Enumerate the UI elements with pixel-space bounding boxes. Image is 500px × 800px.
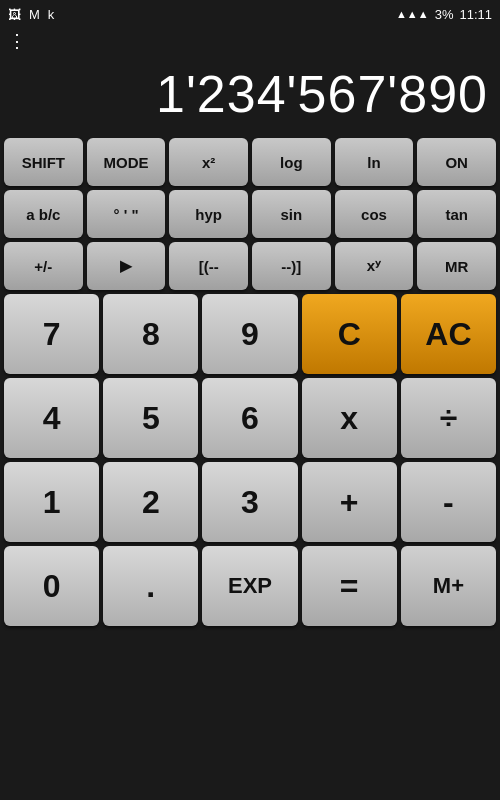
- row-1: SHIFT MODE x² log ln ON: [4, 138, 496, 186]
- one-button[interactable]: 1: [4, 462, 99, 542]
- status-bar: 🖼 M k ▲▲▲ 3% 11:11: [0, 0, 500, 28]
- tan-button[interactable]: tan: [417, 190, 496, 238]
- abc-button[interactable]: a b/c: [4, 190, 83, 238]
- mplus-button[interactable]: M+: [401, 546, 496, 626]
- battery-level: 3%: [435, 7, 454, 22]
- image-icon: 🖼: [8, 7, 21, 22]
- display: 1'234'567'890: [0, 54, 500, 134]
- log-button[interactable]: log: [252, 138, 331, 186]
- degrees-button[interactable]: ° ' ": [87, 190, 166, 238]
- add-button[interactable]: +: [302, 462, 397, 542]
- hyp-button[interactable]: hyp: [169, 190, 248, 238]
- status-left: 🖼 M k: [8, 7, 54, 22]
- seven-button[interactable]: 7: [4, 294, 99, 374]
- clear-button[interactable]: C: [302, 294, 397, 374]
- eight-button[interactable]: 8: [103, 294, 198, 374]
- divide-button[interactable]: ÷: [401, 378, 496, 458]
- mr-button[interactable]: MR: [417, 242, 496, 290]
- five-button[interactable]: 5: [103, 378, 198, 458]
- display-value: 1'234'567'890: [156, 64, 488, 124]
- row-2: a b/c ° ' " hyp sin cos tan: [4, 190, 496, 238]
- row-4: 7 8 9 C AC: [4, 294, 496, 374]
- xpowy-button[interactable]: xʸ: [335, 242, 414, 290]
- open-bracket-button[interactable]: [(--: [169, 242, 248, 290]
- zero-button[interactable]: 0: [4, 546, 99, 626]
- equals-button[interactable]: =: [302, 546, 397, 626]
- memory-m: M: [29, 7, 40, 22]
- row-3: +/- ▶ [(-- --)] xʸ MR: [4, 242, 496, 290]
- sin-button[interactable]: sin: [252, 190, 331, 238]
- close-bracket-button[interactable]: --)]: [252, 242, 331, 290]
- mode-button[interactable]: MODE: [87, 138, 166, 186]
- row-6: 1 2 3 + -: [4, 462, 496, 542]
- exp-button[interactable]: EXP: [202, 546, 297, 626]
- subtract-button[interactable]: -: [401, 462, 496, 542]
- calculator-body: SHIFT MODE x² log ln ON a b/c ° ' " hyp …: [0, 134, 500, 634]
- allclear-button[interactable]: AC: [401, 294, 496, 374]
- status-right: ▲▲▲ 3% 11:11: [396, 7, 492, 22]
- decimal-button[interactable]: .: [103, 546, 198, 626]
- ln-button[interactable]: ln: [335, 138, 414, 186]
- plusminus-button[interactable]: +/-: [4, 242, 83, 290]
- six-button[interactable]: 6: [202, 378, 297, 458]
- xsquared-button[interactable]: x²: [169, 138, 248, 186]
- row-5: 4 5 6 x ÷: [4, 378, 496, 458]
- play-button[interactable]: ▶: [87, 242, 166, 290]
- clock: 11:11: [459, 7, 492, 22]
- multiply-button[interactable]: x: [302, 378, 397, 458]
- cos-button[interactable]: cos: [335, 190, 414, 238]
- signal-icon: ▲▲▲: [396, 8, 429, 20]
- nine-button[interactable]: 9: [202, 294, 297, 374]
- four-button[interactable]: 4: [4, 378, 99, 458]
- memory-bar: ⋮: [0, 28, 500, 54]
- row-7: 0 . EXP = M+: [4, 546, 496, 626]
- three-button[interactable]: 3: [202, 462, 297, 542]
- on-button[interactable]: ON: [417, 138, 496, 186]
- menu-icon[interactable]: ⋮: [8, 30, 26, 52]
- memory-k: k: [48, 7, 55, 22]
- shift-button[interactable]: SHIFT: [4, 138, 83, 186]
- two-button[interactable]: 2: [103, 462, 198, 542]
